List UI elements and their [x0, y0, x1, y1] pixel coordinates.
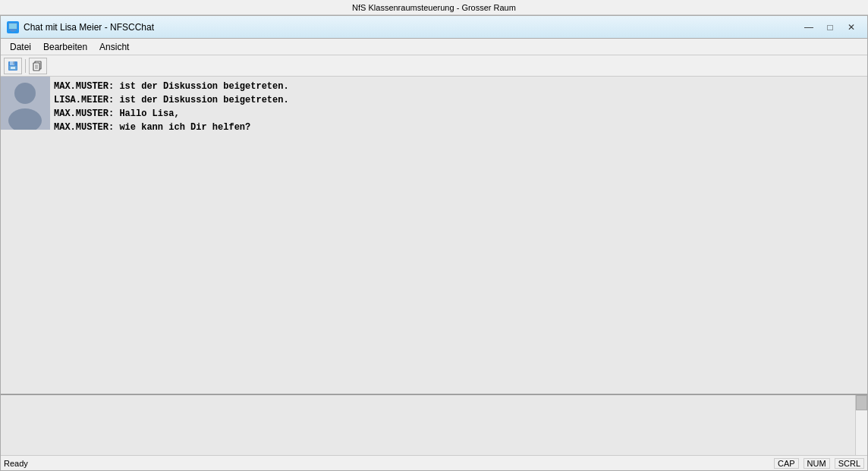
cap-indicator: CAP: [774, 458, 799, 469]
input-scrollbar[interactable]: [855, 395, 867, 455]
window-title: Chat mit Lisa Meier - NFSCChat: [24, 22, 154, 33]
input-area: [1, 394, 867, 455]
window-app-icon: [7, 21, 19, 33]
main-window: Chat mit Lisa Meier - NFSCChat — □ ✕ Dat…: [0, 15, 868, 471]
window-titlebar-left: Chat mit Lisa Meier - NFSCChat: [7, 21, 154, 33]
save-button[interactable]: [4, 58, 22, 74]
os-title-bar: NfS Klassenraumsteuerung - Grosser Raum: [0, 0, 868, 15]
chat-message-3: MAX.MUSTER: Hallo Lisa,: [54, 107, 864, 121]
status-indicators: CAP NUM SCRL: [774, 458, 864, 469]
window-controls: — □ ✕: [799, 20, 861, 35]
menu-bar: Datei Bearbeiten Ansicht: [1, 39, 867, 55]
svg-rect-2: [10, 30, 16, 31]
minimize-button[interactable]: —: [799, 20, 819, 35]
message-input[interactable]: [1, 395, 867, 455]
svg-rect-6: [13, 61, 14, 64]
window-titlebar: Chat mit Lisa Meier - NFSCChat — □ ✕: [1, 16, 867, 39]
scrl-indicator: SCRL: [835, 458, 864, 469]
menu-datei[interactable]: Datei: [4, 40, 37, 54]
svg-point-15: [14, 83, 36, 104]
menu-ansicht[interactable]: Ansicht: [93, 40, 135, 54]
chat-messages: MAX.MUSTER: ist der Diskussion beigetret…: [54, 80, 864, 134]
chat-message-4: MAX.MUSTER: wie kann ich Dir helfen?: [54, 121, 864, 134]
menu-bearbeiten[interactable]: Bearbeiten: [37, 40, 93, 54]
copy-button[interactable]: [29, 58, 47, 74]
svg-rect-8: [11, 67, 15, 69]
svg-rect-1: [9, 24, 17, 29]
avatar: [1, 77, 50, 130]
num-indicator: NUM: [804, 458, 830, 469]
toolbar-separator: [25, 59, 26, 73]
input-scrollbar-thumb[interactable]: [856, 395, 867, 410]
status-ready: Ready: [4, 459, 774, 468]
toolbar: [1, 55, 867, 77]
chat-area[interactable]: MAX.MUSTER: ist der Diskussion beigetret…: [1, 77, 867, 394]
main-content: MAX.MUSTER: ist der Diskussion beigetret…: [1, 77, 867, 455]
maximize-button[interactable]: □: [820, 20, 840, 35]
svg-rect-3: [11, 31, 14, 32]
os-title-text: NfS Klassenraumsteuerung - Grosser Raum: [352, 3, 516, 12]
chat-message-1: MAX.MUSTER: ist der Diskussion beigetret…: [54, 80, 864, 93]
status-bar: Ready CAP NUM SCRL: [1, 455, 867, 470]
save-icon: [8, 61, 18, 71]
close-button[interactable]: ✕: [841, 20, 861, 35]
copy-icon: [33, 61, 43, 71]
chat-message-2: LISA.MEIER: ist der Diskussion beigetret…: [54, 93, 864, 107]
